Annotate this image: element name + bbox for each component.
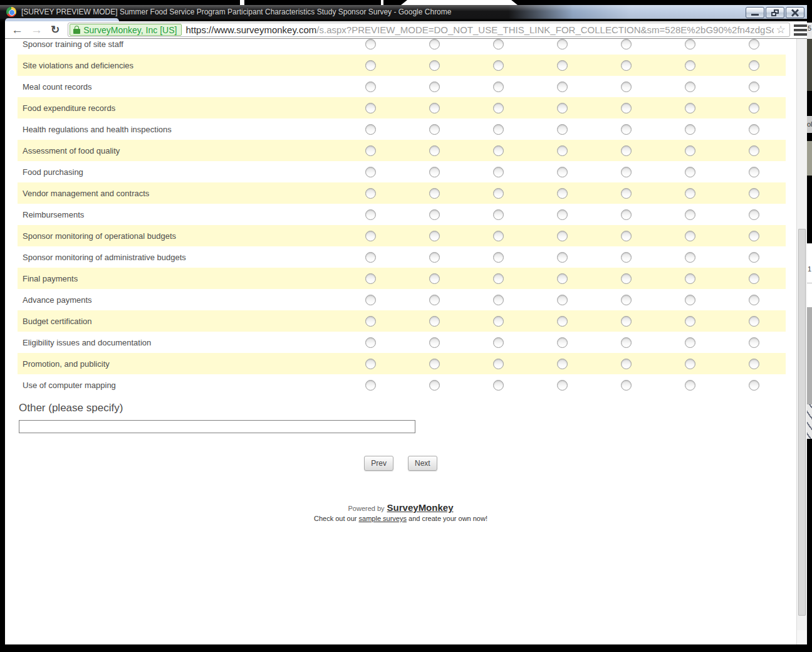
radio-button[interactable] — [429, 124, 440, 135]
radio-button[interactable] — [621, 273, 632, 284]
radio-button[interactable] — [749, 60, 759, 71]
radio-button[interactable] — [493, 295, 504, 305]
radio-button[interactable] — [621, 380, 632, 391]
radio-button[interactable] — [621, 82, 632, 92]
radio-button[interactable] — [365, 209, 376, 220]
radio-button[interactable] — [365, 273, 376, 284]
radio-button[interactable] — [749, 209, 759, 220]
radio-button[interactable] — [749, 231, 759, 241]
radio-button[interactable] — [557, 60, 568, 71]
radio-button[interactable] — [685, 209, 695, 220]
radio-button[interactable] — [493, 39, 504, 50]
address-bar[interactable]: SurveyMonkey, Inc [US] https://www.surve… — [68, 23, 790, 37]
radio-button[interactable] — [429, 252, 440, 263]
radio-button[interactable] — [493, 316, 504, 327]
vertical-scrollbar[interactable] — [796, 39, 807, 644]
security-badge[interactable]: SurveyMonkey, Inc [US] — [70, 24, 182, 36]
radio-button[interactable] — [621, 39, 632, 50]
radio-button[interactable] — [749, 39, 759, 50]
radio-button[interactable] — [365, 188, 376, 199]
radio-button[interactable] — [557, 82, 568, 92]
radio-button[interactable] — [749, 252, 759, 263]
refresh-button[interactable]: ↻ — [51, 24, 60, 35]
radio-button[interactable] — [493, 273, 504, 284]
radio-button[interactable] — [429, 188, 440, 199]
radio-button[interactable] — [365, 380, 376, 391]
radio-button[interactable] — [365, 252, 376, 263]
radio-button[interactable] — [685, 273, 695, 284]
close-button[interactable] — [786, 7, 804, 18]
radio-button[interactable] — [429, 82, 440, 92]
radio-button[interactable] — [493, 231, 504, 241]
radio-button[interactable] — [429, 39, 440, 50]
radio-button[interactable] — [621, 60, 632, 71]
radio-button[interactable] — [429, 60, 440, 71]
radio-button[interactable] — [685, 60, 695, 71]
radio-button[interactable] — [493, 60, 504, 71]
radio-button[interactable] — [749, 380, 759, 391]
radio-button[interactable] — [685, 316, 695, 327]
radio-button[interactable] — [621, 231, 632, 241]
radio-button[interactable] — [365, 337, 376, 348]
radio-button[interactable] — [685, 231, 695, 241]
radio-button[interactable] — [557, 39, 568, 50]
radio-button[interactable] — [557, 188, 568, 199]
radio-button[interactable] — [365, 124, 376, 135]
radio-button[interactable] — [365, 231, 376, 241]
radio-button[interactable] — [493, 337, 504, 348]
radio-button[interactable] — [493, 188, 504, 199]
radio-button[interactable] — [429, 295, 440, 305]
restore-button[interactable] — [766, 7, 784, 18]
radio-button[interactable] — [685, 103, 695, 113]
radio-button[interactable] — [557, 316, 568, 327]
radio-button[interactable] — [493, 359, 504, 369]
radio-button[interactable] — [621, 359, 632, 369]
radio-button[interactable] — [685, 188, 695, 199]
radio-button[interactable] — [365, 359, 376, 369]
radio-button[interactable] — [685, 145, 695, 156]
radio-button[interactable] — [429, 145, 440, 156]
radio-button[interactable] — [429, 167, 440, 177]
next-button[interactable]: Next — [408, 456, 437, 471]
radio-button[interactable] — [365, 60, 376, 71]
radio-button[interactable] — [557, 380, 568, 391]
chrome-menu-button[interactable] — [794, 24, 807, 36]
radio-button[interactable] — [749, 316, 759, 327]
radio-button[interactable] — [493, 380, 504, 391]
radio-button[interactable] — [493, 145, 504, 156]
minimize-button[interactable] — [746, 7, 764, 18]
radio-button[interactable] — [365, 167, 376, 177]
radio-button[interactable] — [493, 103, 504, 113]
radio-button[interactable] — [621, 167, 632, 177]
radio-button[interactable] — [557, 273, 568, 284]
bookmark-star-icon[interactable]: ☆ — [774, 23, 788, 36]
radio-button[interactable] — [557, 103, 568, 113]
radio-button[interactable] — [557, 359, 568, 369]
back-button[interactable]: ← — [11, 24, 23, 36]
radio-button[interactable] — [557, 252, 568, 263]
radio-button[interactable] — [685, 252, 695, 263]
radio-button[interactable] — [557, 209, 568, 220]
radio-button[interactable] — [621, 252, 632, 263]
radio-button[interactable] — [493, 167, 504, 177]
radio-button[interactable] — [685, 124, 695, 135]
radio-button[interactable] — [749, 82, 759, 92]
radio-button[interactable] — [685, 337, 695, 348]
sample-surveys-link[interactable]: sample surveys — [359, 515, 407, 522]
radio-button[interactable] — [749, 145, 759, 156]
radio-button[interactable] — [749, 359, 759, 369]
radio-button[interactable] — [557, 295, 568, 305]
radio-button[interactable] — [685, 39, 695, 50]
scrollbar-thumb[interactable] — [798, 229, 806, 616]
prev-button[interactable]: Prev — [364, 456, 393, 471]
radio-button[interactable] — [429, 380, 440, 391]
radio-button[interactable] — [685, 82, 695, 92]
radio-button[interactable] — [685, 167, 695, 177]
radio-button[interactable] — [429, 209, 440, 220]
radio-button[interactable] — [621, 145, 632, 156]
radio-button[interactable] — [365, 39, 376, 50]
radio-button[interactable] — [685, 295, 695, 305]
radio-button[interactable] — [429, 359, 440, 369]
radio-button[interactable] — [493, 124, 504, 135]
radio-button[interactable] — [493, 209, 504, 220]
